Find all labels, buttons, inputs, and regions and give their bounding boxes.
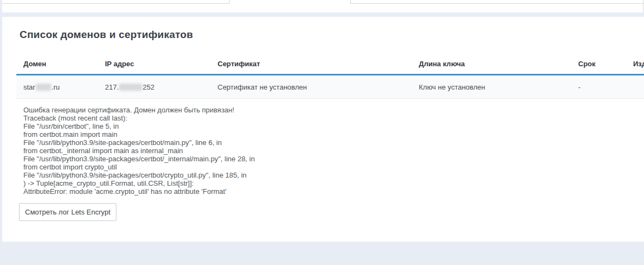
tab-active-right-edge (350, 0, 351, 4)
error-log-line: ) -> Tuple[acme_crypto_util.Format, util… (23, 179, 622, 187)
content-card: Список доменов и сертификатов Домен IP а… (2, 17, 644, 242)
error-log: Ошибка генерации сертификата. Домен долж… (23, 106, 622, 195)
cell-key-length: Ключ не установлен (419, 83, 485, 91)
error-log-line: from certbot.main import main (23, 130, 622, 138)
error-log-line: from certbot._internal import main as in… (23, 147, 622, 155)
column-header-certificate: Сертификат (218, 60, 260, 68)
ip-text-prefix: 217. (105, 83, 119, 91)
tab-active-left-edge (229, 0, 230, 4)
column-header-term: Срок (578, 60, 596, 68)
tab-bar-right-edge (643, 0, 643, 12)
error-log-line: Traceback (most recent call last): (23, 114, 622, 122)
error-log-line: from certbot import crypto_util (23, 163, 622, 171)
error-log-line: File "/usr/bin/certbot", line 5, in (23, 122, 622, 130)
cell-ip-address: 217.252 (105, 83, 154, 91)
column-header-domain: Домен (23, 60, 46, 68)
tab-bar (2, 0, 644, 12)
cell-domain: star.ru (23, 83, 60, 91)
error-log-line: File "/usr/lib/python3.9/site-packages/c… (23, 171, 622, 179)
page-title: Список доменов и сертификатов (20, 29, 193, 41)
column-header-ip: IP адрес (105, 60, 134, 68)
view-letsencrypt-log-button[interactable]: Смотреть лог Lets Encrypt (19, 203, 116, 221)
domain-text-prefix: star (23, 83, 35, 91)
ip-text-suffix: 252 (143, 83, 154, 91)
redacted-ip-fragment (119, 84, 142, 91)
cell-certificate: Сертификат не установлен (218, 83, 307, 91)
tab-bar-border-left (2, 3, 229, 4)
redacted-domain-fragment (36, 84, 51, 91)
page: { "theme": { "page_background": "#e8ecf5… (0, 0, 644, 265)
error-log-line: File "/usr/lib/python3.9/site-packages/c… (23, 155, 622, 163)
domain-text-suffix: .ru (52, 83, 60, 91)
column-header-issuer: Изд (633, 60, 644, 68)
column-header-key-length: Длина ключа (419, 60, 465, 68)
error-log-line: File "/usr/lib/python3.9/site-packages/c… (23, 138, 622, 147)
tab-active[interactable] (232, 0, 352, 12)
cell-term: - (578, 83, 580, 91)
tab-bar-border-right (351, 3, 644, 4)
error-log-line: Ошибка генерации сертификата. Домен долж… (23, 106, 622, 114)
error-log-line: AttributeError: module 'acme.crypto_util… (23, 187, 622, 195)
